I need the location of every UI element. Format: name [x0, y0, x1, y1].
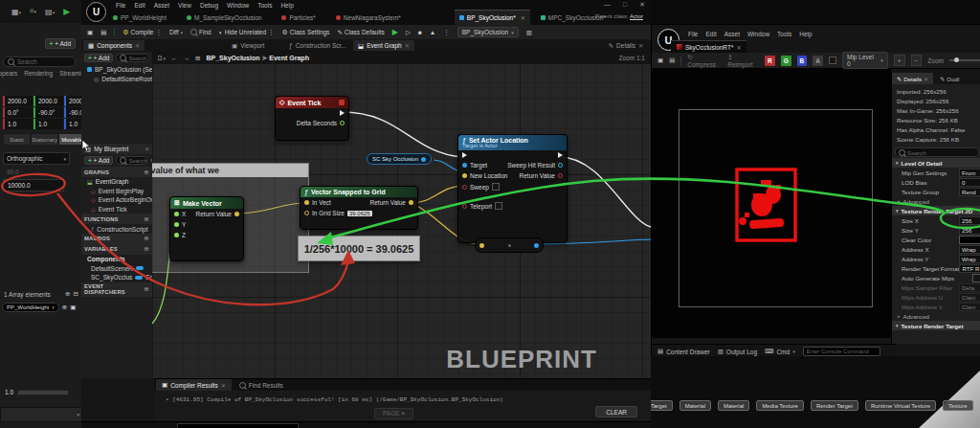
construction-script-item[interactable]: ƒConstructionScript [81, 224, 152, 234]
output-log-button[interactable]: ▥ Output Log [718, 348, 757, 355]
return-value-pin[interactable] [409, 200, 413, 205]
zoom-in-button[interactable]: + [894, 55, 905, 66]
tab-find-results[interactable]: Find Results [234, 379, 289, 391]
asset-tab[interactable]: NewNiagaraSystem* [331, 11, 411, 25]
compress-button[interactable]: ↻ Compress [687, 54, 722, 68]
details-row[interactable]: Mips Sampler Filter Defa [892, 282, 980, 292]
class-defaults-button[interactable]: ✎ Class Defaults [337, 29, 384, 36]
transform-x-field[interactable]: 1.0 [3, 119, 33, 129]
parent-class-link[interactable]: Actor [630, 13, 643, 19]
property-value-field[interactable]: 256 [959, 216, 980, 225]
details-row[interactable]: Clear Color [892, 235, 980, 244]
details-row[interactable]: Address X Wrap [892, 244, 980, 254]
property-value-field[interactable]: Clam [959, 293, 980, 302]
collapsed-reroute-node[interactable] [475, 237, 544, 253]
add-component-button[interactable]: + + Add [84, 54, 113, 62]
details-search-input[interactable]: Search [895, 147, 979, 157]
eventgraph-item[interactable]: ⬓EventGraph [81, 177, 152, 187]
comment-title[interactable]: e value of what we [152, 164, 308, 177]
property-value-field[interactable]: RTF R [959, 264, 980, 273]
in-vect-pin[interactable] [304, 200, 309, 205]
hide-unrelated-button[interactable]: ◐ Hide Unrelated ⋮ [219, 29, 275, 36]
projection-dropdown[interactable]: Orthographic▾ [3, 152, 70, 165]
variable-item[interactable]: SC_SkyOcclusScene◉ [81, 273, 152, 282]
return-value-pin[interactable] [234, 212, 239, 216]
menu-item[interactable]: Asset [154, 2, 169, 9]
property-value-field[interactable]: Defa [959, 283, 980, 292]
tab-details[interactable]: ✎ Details✕ [892, 73, 933, 84]
asset-tab[interactable]: M_SampleSkyOcclusion [182, 11, 271, 25]
sweep-pin[interactable] [462, 185, 467, 190]
event-tick-node[interactable]: ◇Event Tick Delta Seconds [275, 96, 349, 141]
diff-button[interactable]: Diff▾ [169, 29, 183, 35]
filter-chip[interactable]: Texture [943, 400, 973, 411]
weight-value[interactable]: 1.0 [5, 389, 13, 395]
browse-icon[interactable]: ▤ [669, 56, 675, 64]
transform-y-field[interactable]: 2000.0 [33, 96, 63, 106]
page-dropdown[interactable]: PAGE ▾ [374, 408, 413, 419]
menu-item[interactable]: Debug [200, 2, 218, 9]
add-graph-icon[interactable]: ⊕ [144, 169, 149, 176]
details-row[interactable]: Render Target Format RTF R [892, 263, 980, 273]
tab-compiler-results[interactable]: ▣ Compiler Results✕ [156, 379, 232, 391]
details-row[interactable]: Texture Group Rend [892, 187, 980, 196]
macros-section-header[interactable]: MACROS⊕ [81, 234, 152, 244]
cmd-dropdown[interactable]: ⌨ Cmd▾ [765, 348, 795, 355]
menu-item[interactable]: Edit [705, 31, 716, 37]
browse-icon[interactable]: ▤ [100, 29, 106, 36]
transform-x-field[interactable]: 2000.0 [3, 96, 33, 106]
mobility-stationary[interactable]: Stationary [31, 133, 58, 146]
menu-item[interactable]: Help [799, 31, 812, 37]
vector-in-pin[interactable] [479, 243, 484, 248]
plus-icon[interactable]: ⊕ [62, 304, 67, 311]
save-icon[interactable]: ▣ [657, 56, 663, 64]
clear-button[interactable]: CLEAR [595, 406, 637, 417]
filter-chip[interactable]: Material [679, 400, 711, 411]
frame-skip-icon[interactable]: ▷ [406, 29, 411, 36]
breadcrumb[interactable]: BP_SkyOclusion ➤ Event Graph [206, 55, 308, 62]
tab-viewport[interactable]: ▣ Viewport [227, 40, 269, 51]
teleport-checkbox[interactable] [495, 202, 502, 210]
object-out-pin[interactable] [534, 243, 539, 248]
tab-components[interactable]: ▦ Components✕ [83, 40, 145, 51]
mobility-static[interactable]: Static [3, 133, 31, 146]
bp-console-input[interactable] [177, 423, 299, 428]
more-options-icon[interactable]: ⋮ [443, 29, 450, 36]
property-value-field[interactable] [959, 236, 980, 244]
asset-tab[interactable]: Particles* [277, 11, 324, 25]
new-graph-icon[interactable]: 🗋▾ [157, 55, 166, 61]
search-input[interactable]: Search [3, 56, 76, 67]
category-tab[interactable]: Rendering [24, 70, 53, 77]
property-value-field[interactable]: 0 [959, 178, 980, 187]
blue-channel-button[interactable]: B [797, 56, 808, 66]
menu-item[interactable]: View [178, 2, 191, 9]
close-tab-icon[interactable]: ✕ [521, 14, 525, 21]
details-row[interactable]: Auto Generate Mips [892, 273, 980, 282]
details-row[interactable]: Mips Address V Clam [892, 302, 980, 311]
dispatchers-section-header[interactable]: EVENT DISPATCHERS⊕ [81, 282, 152, 297]
texture-asset-tab[interactable]: SkyOcclusionRT*✕ [671, 40, 746, 53]
grid-icon[interactable]: ⊞ [195, 55, 200, 62]
sweep-checkbox[interactable] [492, 183, 500, 191]
filter-chip[interactable]: Media Texture [756, 400, 804, 411]
make-vector-node[interactable]: ⊞Make Vector X Return Value Y Z [169, 196, 244, 261]
transform-y-field[interactable]: 1.0 [33, 119, 63, 129]
return-value-pin[interactable] [558, 173, 563, 178]
tab-construction-script[interactable]: ƒ Construction Scr... [284, 40, 351, 51]
z-pin[interactable] [174, 233, 179, 237]
menu-item[interactable]: Asset [724, 31, 740, 37]
variables-section-header[interactable]: VARIABLES⊕ [81, 244, 152, 255]
eject-icon[interactable]: ▲ [430, 29, 435, 35]
details-row[interactable]: Size Y 256 [892, 225, 980, 235]
copy-icon[interactable]: ▣ [70, 304, 76, 311]
reimport-button[interactable]: ↥ Reimport [727, 54, 759, 68]
details-row[interactable]: Texture Render Target 2D [892, 206, 980, 215]
property-value-field[interactable]: From [959, 169, 980, 177]
menu-item[interactable]: File [116, 2, 125, 9]
sc-sky-occlusion-getter[interactable]: SC Sky Occlusion [367, 153, 432, 165]
nodes-icon[interactable]: ⌗▾ [30, 7, 36, 16]
add-macro-icon[interactable]: ⊕ [144, 235, 149, 242]
view-icon[interactable]: ▤▾ [45, 8, 55, 16]
components-group-item[interactable]: Components [81, 255, 152, 264]
menu-item[interactable]: Help [280, 2, 293, 9]
